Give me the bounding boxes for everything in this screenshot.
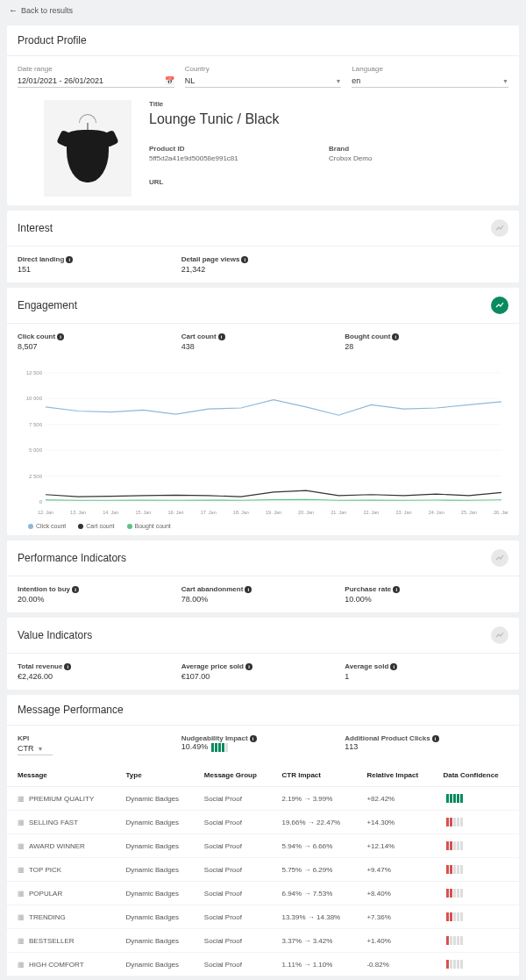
calendar-icon: 📅	[165, 76, 174, 85]
avgprice-value: €107.00	[181, 672, 345, 681]
back-link[interactable]: ← Back to results	[0, 0, 526, 20]
info-icon[interactable]: i	[241, 256, 248, 263]
svg-text:5 000: 5 000	[29, 447, 43, 453]
chevron-down-icon: ▼	[502, 78, 508, 84]
msg-conf	[437, 858, 519, 882]
svg-text:14. Jan: 14. Jan	[103, 510, 118, 515]
product-id-label: Product ID	[149, 145, 329, 153]
table-row[interactable]: ▦BESTSELLERDynamic BadgesSocial Proof3.3…	[7, 929, 519, 953]
svg-text:0: 0	[39, 499, 43, 504]
interest-header: Interest	[7, 211, 519, 247]
kpi-select[interactable]: CTR ▼	[18, 744, 53, 755]
msg-ctr: 5.75% → 6.29%	[277, 858, 362, 882]
badge-icon: ▦	[18, 795, 25, 803]
msg-conf	[437, 882, 519, 905]
language-value: en	[352, 76, 360, 85]
msg-ctr: 3.37% → 3.42%	[277, 929, 362, 953]
language-field[interactable]: Language en ▼	[352, 65, 508, 88]
click-count-value: 8,507	[18, 342, 181, 351]
product-profile-title: Product Profile	[18, 34, 87, 46]
table-row[interactable]: ▦SELLING FASTDynamic BadgesSocial Proof1…	[7, 811, 519, 834]
engagement-card: Engagement Click counti 8,507 Cart count…	[7, 288, 519, 535]
product-image	[44, 100, 132, 197]
msg-group: Social Proof	[199, 929, 277, 953]
badge-icon: ▦	[18, 890, 25, 898]
trend-icon[interactable]	[491, 297, 508, 314]
clicks-value: 113	[345, 742, 508, 751]
trend-icon[interactable]	[491, 549, 508, 567]
svg-text:22. Jan: 22. Jan	[363, 510, 379, 515]
country-value: NL	[185, 76, 195, 85]
info-icon[interactable]: i	[245, 586, 252, 593]
table-row[interactable]: ▦PREMIUM QUALITYDynamic BadgesSocial Pro…	[7, 787, 519, 811]
table-row[interactable]: ▦TOP PICKDynamic BadgesSocial Proof5.75%…	[7, 858, 519, 882]
language-label: Language	[352, 65, 508, 73]
date-range-field[interactable]: Date range 12/01/2021 - 26/01/2021 📅	[18, 65, 174, 88]
svg-text:17. Jan: 17. Jan	[201, 510, 217, 515]
info-icon[interactable]: i	[66, 256, 73, 263]
info-icon[interactable]: i	[390, 663, 397, 670]
svg-text:12 500: 12 500	[26, 370, 43, 376]
info-icon[interactable]: i	[72, 586, 79, 593]
msg-group: Social Proof	[199, 834, 277, 858]
trend-icon[interactable]	[491, 219, 508, 237]
info-icon[interactable]: i	[245, 663, 252, 670]
th-ctr[interactable]: CTR Impact	[277, 764, 362, 787]
table-row[interactable]: ▦AWARD WINNERDynamic BadgesSocial Proof5…	[7, 834, 519, 858]
th-conf[interactable]: Data Confidence	[437, 764, 519, 787]
msg-rel: -0.82%	[361, 953, 437, 976]
avgsold-label: Average soldi	[345, 662, 508, 670]
trend-icon[interactable]	[491, 626, 508, 644]
info-icon[interactable]: i	[250, 735, 257, 742]
back-text: Back to results	[21, 6, 73, 15]
product-title: Lounge Tunic / Black	[149, 111, 508, 127]
th-type[interactable]: Type	[121, 764, 199, 787]
abandonment-label: Cart abandonmenti	[181, 585, 345, 593]
msg-conf	[437, 929, 519, 953]
interest-card: Interest Direct landingi 151 Detail page…	[7, 211, 519, 283]
intention-label: Intention to buyi	[18, 585, 181, 593]
svg-text:7 500: 7 500	[29, 422, 43, 427]
msg-rel: +9.47%	[361, 858, 437, 882]
table-row[interactable]: ▦POPULARDynamic BadgesSocial Proof6.94% …	[7, 882, 519, 905]
msg-ctr: 13.39% → 14.38%	[277, 905, 362, 929]
product-profile-header: Product Profile	[7, 25, 519, 56]
interest-title: Interest	[18, 222, 53, 234]
info-icon[interactable]: i	[393, 586, 400, 593]
avgprice-label: Average price soldi	[181, 662, 345, 670]
msg-conf	[437, 905, 519, 929]
engagement-title: Engagement	[18, 299, 77, 311]
msg-conf	[437, 811, 519, 834]
svg-text:20. Jan: 20. Jan	[298, 510, 314, 515]
cart-count-value: 438	[181, 342, 345, 351]
th-message[interactable]: Message	[7, 764, 121, 787]
info-icon[interactable]: i	[432, 735, 439, 742]
msg-ctr: 5.94% → 6.66%	[277, 834, 362, 858]
svg-text:26. Jan: 26. Jan	[494, 510, 508, 515]
msg-rel: +12.14%	[361, 834, 437, 858]
msg-rel: +7.36%	[361, 905, 437, 929]
table-row[interactable]: ▦HIGH COMFORTDynamic BadgesSocial Proof1…	[7, 953, 519, 976]
chart-legend: Click count Cart count Bought count	[18, 519, 508, 533]
legend-cart: Cart count	[86, 523, 114, 529]
value-header: Value Indicators	[7, 618, 519, 654]
th-group[interactable]: Message Group	[199, 764, 277, 787]
message-performance-header: Message Performance	[7, 695, 519, 726]
country-field[interactable]: Country NL ▼	[185, 65, 342, 88]
country-label: Country	[185, 65, 342, 73]
info-icon[interactable]: i	[64, 663, 71, 670]
product-id-value: 5ff5d2a41e9d50058e991c81	[149, 154, 329, 162]
th-rel[interactable]: Relative Impact	[361, 764, 437, 787]
msg-group: Social Proof	[199, 858, 277, 882]
table-row[interactable]: ▦TRENDINGDynamic BadgesSocial Proof13.39…	[7, 905, 519, 929]
msg-type: Dynamic Badges	[121, 905, 199, 929]
avgsold-value: 1	[345, 672, 508, 681]
badge-icon: ▦	[18, 819, 25, 826]
performance-header: Performance Indicators	[7, 540, 519, 576]
info-icon[interactable]: i	[392, 333, 399, 340]
direct-landing-label: Direct landingi	[18, 255, 181, 263]
svg-text:24. Jan: 24. Jan	[429, 510, 444, 515]
bought-count-label: Bought counti	[345, 333, 508, 340]
info-icon[interactable]: i	[57, 333, 64, 340]
info-icon[interactable]: i	[218, 333, 225, 340]
